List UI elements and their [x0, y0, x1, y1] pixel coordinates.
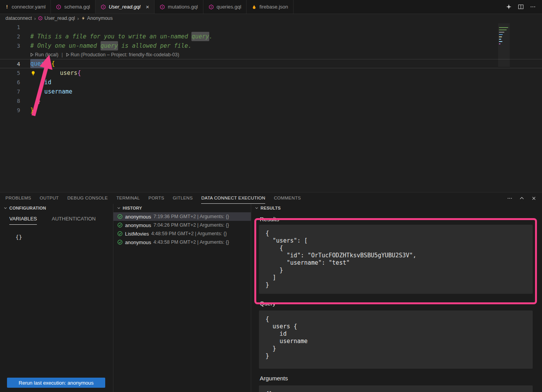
- panel-tab-terminal[interactable]: TERMINAL: [116, 193, 140, 204]
- tab-user-read-gql[interactable]: User_read.gql ×: [96, 0, 155, 14]
- panel-tab-data-connect-execution[interactable]: DATA CONNECT EXECUTION: [201, 193, 265, 204]
- anonymous-symbol-icon: [81, 16, 85, 21]
- more-actions-icon[interactable]: [530, 4, 536, 10]
- close-tab-icon[interactable]: ×: [146, 4, 149, 10]
- run-icon: [66, 53, 69, 57]
- tab-queries-gql[interactable]: queries.gql: [203, 0, 247, 14]
- history-item[interactable]: anonymous 7:19:36 PM GMT+2 | Arguments: …: [113, 212, 251, 221]
- history-item-meta: 7:04:26 PM GMT+2 | Arguments: {}: [153, 222, 229, 228]
- success-check-icon: [117, 231, 123, 236]
- code-line-4: 4 query {: [0, 59, 542, 68]
- chevron-down-icon: [3, 206, 8, 210]
- history-item-meta: 4:48:59 PM GMT+2 | Arguments: {}: [151, 231, 227, 236]
- tab-strip: ! connector.yaml schema.gql User_read.gq…: [0, 0, 294, 14]
- line-number: 7: [0, 87, 20, 96]
- firebase-file-icon: [252, 4, 257, 10]
- chevron-down-icon: [254, 206, 259, 210]
- line-number: 2: [0, 32, 20, 41]
- history-item-name: anonymous: [125, 214, 151, 220]
- breadcrumb-dataconnect[interactable]: dataconnect: [5, 16, 32, 21]
- bottom-panel: PROBLEMS OUTPUT DEBUG CONSOLE TERMINAL P…: [0, 192, 542, 392]
- tab-label: connector.yaml: [12, 4, 45, 10]
- comment-text: # Only one un-named: [30, 41, 101, 50]
- graphql-file-icon: [56, 4, 61, 10]
- results-header-label: RESULTS: [261, 206, 281, 210]
- highlighted-word: query: [191, 32, 209, 41]
- chevron-down-icon: [116, 206, 121, 210]
- tab-label: queries.gql: [217, 4, 241, 10]
- line-number: 5: [0, 68, 20, 78]
- panel-tab-output[interactable]: OUTPUT: [40, 193, 59, 204]
- editor-tab-bar: ! connector.yaml schema.gql User_read.gq…: [0, 0, 542, 14]
- tab-mutations-gql[interactable]: mutations.gql: [155, 0, 203, 14]
- comment-text: # This is a file for you to write an un-…: [30, 32, 191, 41]
- history-item[interactable]: ListMovies 4:48:59 PM GMT+2 | Arguments:…: [113, 229, 251, 238]
- panel-close-icon[interactable]: [531, 196, 537, 201]
- editor-actions: [506, 0, 542, 14]
- codelens: Run (local) | Run (Production – Project:…: [0, 50, 542, 59]
- comment-text: is allowed per file.: [118, 41, 192, 50]
- line-number: 9: [0, 106, 20, 115]
- tab-label: firebase.json: [259, 4, 288, 10]
- history-item[interactable]: anonymous 7:04:26 PM GMT+2 | Arguments: …: [113, 221, 251, 229]
- results-section: RESULTS Results { "users": [ { "id": "Or…: [251, 204, 542, 392]
- tab-connector-yaml[interactable]: ! connector.yaml: [0, 0, 51, 14]
- history-item-name: anonymous: [125, 222, 151, 228]
- history-item[interactable]: anonymous 4:43:58 PM GMT+2 | Arguments: …: [113, 238, 251, 246]
- panel-tab-comments[interactable]: COMMENTS: [274, 193, 301, 204]
- tab-label: schema.gql: [64, 4, 90, 10]
- comment-text: .: [209, 32, 213, 41]
- minimap[interactable]: [498, 23, 510, 67]
- graphql-file-icon: [101, 4, 106, 10]
- graphql-file-icon: [38, 16, 43, 21]
- code-line-1: 1: [0, 23, 542, 32]
- panel-tab-debug-console[interactable]: DEBUG CONSOLE: [67, 193, 108, 204]
- results-json-output: { "users": [ { "id": "OrTucFODZHTksvBSBU…: [259, 225, 533, 294]
- history-section: HISTORY anonymous 7:19:36 PM GMT+2 | Arg…: [113, 204, 251, 392]
- users-field: users: [60, 68, 77, 78]
- history-item-name: ListMovies: [125, 231, 149, 237]
- panel-tab-ports[interactable]: PORTS: [148, 193, 164, 204]
- history-header-label: HISTORY: [123, 206, 142, 210]
- history-item-name: anonymous: [125, 239, 151, 245]
- tab-variables[interactable]: VARIABLES: [9, 214, 37, 225]
- breadcrumb-symbol-label: Anonymous: [87, 16, 113, 21]
- line-number: 8: [0, 96, 20, 106]
- configuration-section: CONFIGURATION VARIABLES AUTHENTICATION {…: [0, 204, 113, 392]
- results-header[interactable]: RESULTS: [251, 204, 542, 212]
- tab-label: mutations.gql: [168, 4, 198, 10]
- copilot-sparkle-icon[interactable]: [506, 4, 512, 10]
- line-number: 3: [0, 41, 20, 50]
- results-label: Results: [260, 216, 542, 222]
- history-header[interactable]: HISTORY: [113, 204, 251, 212]
- breadcrumb-file[interactable]: User_read.gql: [38, 16, 75, 21]
- split-editor-icon[interactable]: [518, 4, 524, 10]
- username-field: username: [30, 87, 72, 96]
- tab-firebase-json[interactable]: firebase.json: [247, 0, 294, 14]
- variables-value: {}: [16, 234, 113, 240]
- history-item-meta: 4:43:58 PM GMT+2 | Arguments: {}: [153, 239, 229, 245]
- code-line-2: 2 # This is a file for you to write an u…: [0, 32, 542, 41]
- run-production-codelens[interactable]: Run (Production – Project: friendly-flix…: [66, 50, 179, 59]
- panel-actions: [507, 193, 542, 204]
- graphql-file-icon: [208, 4, 214, 10]
- tab-schema-gql[interactable]: schema.gql: [51, 0, 95, 14]
- highlighted-word: query: [101, 41, 118, 50]
- breadcrumb: dataconnect › User_read.gql › Anonymous: [0, 14, 542, 23]
- success-check-icon: [117, 222, 123, 228]
- run-production-label: Run (Production – Project: friendly-flix…: [71, 50, 179, 59]
- breadcrumb-symbol[interactable]: Anonymous: [81, 16, 113, 21]
- rerun-last-execution-button[interactable]: Rerun last execution: anonymous: [7, 378, 105, 388]
- close-brace: }: [30, 106, 34, 115]
- code-editor[interactable]: 1 2 # This is a file for you to write an…: [0, 23, 542, 192]
- panel-tab-problems[interactable]: PROBLEMS: [5, 193, 31, 204]
- configuration-header[interactable]: CONFIGURATION: [0, 204, 113, 212]
- configuration-subtabs: VARIABLES AUTHENTICATION: [0, 214, 113, 225]
- panel-more-icon[interactable]: [507, 196, 512, 201]
- codelens-separator: |: [60, 50, 64, 59]
- tab-authentication[interactable]: AUTHENTICATION: [52, 214, 96, 225]
- query-label: Query: [260, 300, 542, 307]
- panel-tab-gitlens[interactable]: GITLENS: [173, 193, 193, 204]
- code-line-7: 7 username: [0, 87, 542, 96]
- panel-maximize-icon[interactable]: [519, 196, 525, 201]
